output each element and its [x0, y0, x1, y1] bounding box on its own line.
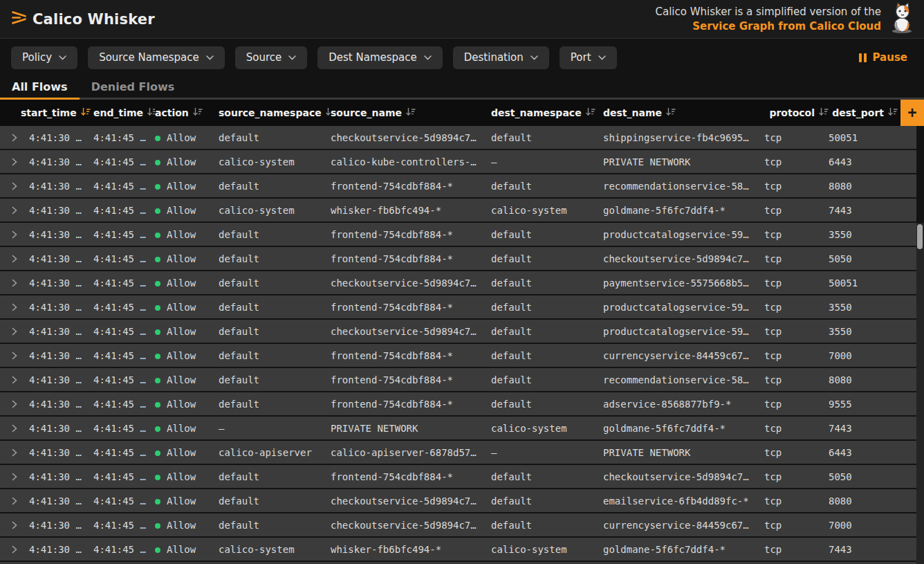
cell-start-time: 4:41:30 …	[29, 253, 93, 264]
flow-row[interactable]: 4:41:30 … 4:41:45 … Allow default fronte…	[0, 223, 916, 246]
pause-button[interactable]: Pause	[859, 51, 908, 64]
expand-chevron-icon[interactable]	[0, 279, 29, 287]
allow-status-dot	[155, 160, 160, 165]
expand-chevron-icon[interactable]	[0, 376, 29, 384]
flow-row[interactable]: 4:41:30 … 4:41:45 … Allow – PRIVATE NETW…	[0, 417, 916, 439]
expand-chevron-icon[interactable]	[0, 545, 29, 554]
sort-icon	[586, 107, 595, 118]
sort-icon	[666, 107, 676, 118]
cell-end-time: 4:41:45 …	[93, 399, 155, 410]
cell-dest-namespace: default	[491, 520, 603, 531]
flow-row[interactable]: 4:41:30 … 4:41:45 … Allow default fronte…	[0, 465, 916, 488]
cell-dest-namespace: default	[491, 471, 603, 482]
tab-all-flows[interactable]: All Flows	[0, 76, 80, 100]
allow-status-dot	[155, 475, 160, 480]
cell-end-time: 4:41:45 …	[93, 447, 155, 458]
column-header-protocol[interactable]: protocol	[764, 107, 829, 118]
flow-row[interactable]: 4:41:30 … 4:41:45 … Allow default fronte…	[0, 368, 916, 391]
expand-chevron-icon[interactable]	[0, 352, 29, 360]
column-header-start-time[interactable]: start_time	[21, 107, 93, 118]
cell-source-name: whisker-fb6bfc494-*	[331, 544, 491, 555]
sort-icon	[147, 107, 155, 118]
allow-status-dot	[155, 208, 160, 214]
tagline: Calico Whisker is a simplified version o…	[655, 5, 881, 34]
cell-dest-namespace: default	[491, 278, 603, 289]
column-header-action[interactable]: action	[155, 107, 219, 118]
cell-dest-name: recommendationservice-58…	[603, 181, 764, 192]
expand-chevron-icon[interactable]	[0, 473, 29, 481]
cell-protocol: tcp	[764, 253, 829, 264]
column-header-dest-namespace[interactable]: dest_namespace	[491, 107, 603, 118]
cell-end-time: 4:41:45 …	[93, 302, 155, 313]
app-title: Calico Whisker	[33, 11, 155, 28]
add-column-button[interactable]: +	[900, 100, 924, 126]
column-header-dest-port[interactable]: dest_port	[829, 107, 898, 118]
cell-dest-name: productcatalogservice-59…	[603, 326, 764, 337]
service-graph-link[interactable]: Service Graph from Calico Cloud	[655, 19, 881, 34]
allow-status-dot	[155, 329, 160, 335]
cell-source-namespace: default	[219, 132, 331, 143]
cell-dest-namespace: default	[491, 374, 603, 385]
cell-source-name: checkoutservice-5d9894c7…	[331, 132, 491, 143]
sort-icon	[888, 107, 898, 118]
flow-row[interactable]: 4:41:30 … 4:41:45 … Allow calico-system …	[0, 150, 916, 173]
filter-source-dropdown[interactable]: Source	[235, 46, 308, 69]
cell-end-time: 4:41:45 …	[93, 181, 155, 192]
flow-row[interactable]: 4:41:30 … 4:41:45 … Allow default checko…	[0, 271, 916, 294]
expand-chevron-icon[interactable]	[0, 424, 29, 433]
expand-chevron-icon[interactable]	[0, 521, 29, 529]
cell-protocol: tcp	[764, 495, 829, 507]
calico-cat-mascot-icon	[888, 2, 917, 37]
flow-row[interactable]: 4:41:30 … 4:41:45 … Allow default fronte…	[0, 344, 916, 367]
cell-dest-name: goldmane-5f6fc7ddf4-*	[603, 423, 764, 434]
expand-chevron-icon[interactable]	[0, 400, 29, 408]
cell-dest-name: productcatalogservice-59…	[603, 229, 764, 240]
filter-dest-namespace-dropdown[interactable]: Dest Namespace	[317, 46, 443, 69]
vertical-scrollbar[interactable]	[916, 223, 924, 564]
cell-source-name: frontend-754cdbf884-*	[331, 229, 491, 240]
expand-chevron-icon[interactable]	[0, 134, 29, 142]
flow-row[interactable]: 4:41:30 … 4:41:45 … Allow default checko…	[0, 489, 916, 512]
expand-chevron-icon[interactable]	[0, 327, 29, 336]
expand-chevron-icon[interactable]	[0, 303, 29, 311]
filter-destination-dropdown[interactable]: Destination	[453, 46, 549, 69]
flow-row[interactable]: 4:41:30 … 4:41:45 … Allow calico-system …	[0, 538, 916, 561]
cell-start-time: 4:41:30 …	[29, 423, 93, 434]
filter-source-namespace-dropdown[interactable]: Source Namespace	[88, 46, 225, 69]
flow-row[interactable]: 4:41:30 … 4:41:45 … Allow default fronte…	[0, 392, 916, 415]
cell-dest-name: adservice-8568877bf9-*	[603, 399, 764, 410]
flow-row[interactable]: 4:41:30 … 4:41:45 … Allow calico-apiserv…	[0, 441, 916, 464]
sort-icon	[193, 107, 203, 118]
flow-row[interactable]: 4:41:30 … 4:41:45 … Allow calico-system …	[0, 199, 916, 221]
filter-port-dropdown[interactable]: Port	[560, 46, 617, 69]
cell-start-time: 4:41:30 …	[29, 399, 93, 410]
column-header-source-namespace[interactable]: source_namespace	[219, 107, 331, 118]
expand-chevron-icon[interactable]	[0, 182, 29, 190]
expand-chevron-icon[interactable]	[0, 448, 29, 457]
flow-row[interactable]: 4:41:30 … 4:41:45 … Allow default fronte…	[0, 174, 916, 197]
flow-row[interactable]: 4:41:30 … 4:41:45 … Allow default fronte…	[0, 247, 916, 270]
filter-policy-dropdown[interactable]: Policy	[11, 46, 77, 69]
tab-denied-flows[interactable]: Denied Flows	[80, 76, 187, 100]
cell-dest-port: 7443	[829, 423, 898, 434]
cell-dest-port: 7443	[829, 544, 898, 555]
expand-chevron-icon[interactable]	[0, 255, 29, 263]
pause-icon	[859, 53, 867, 62]
scrollbar-thumb[interactable]	[917, 224, 923, 249]
expand-chevron-icon[interactable]	[0, 497, 29, 505]
column-header-dest-name[interactable]: dest_name	[603, 107, 764, 118]
cell-action: Allow	[155, 350, 219, 361]
flow-row[interactable]: 4:41:30 … 4:41:45 … Allow default checko…	[0, 320, 916, 343]
cell-source-name: frontend-754cdbf884-*	[331, 253, 491, 264]
column-header-end-time[interactable]: end_time	[93, 107, 155, 118]
flow-row[interactable]: 4:41:30 … 4:41:45 … Allow default fronte…	[0, 295, 916, 318]
expand-chevron-icon[interactable]	[0, 230, 29, 239]
expand-chevron-icon[interactable]	[0, 158, 29, 166]
expand-chevron-icon[interactable]	[0, 206, 29, 215]
flow-row[interactable]: 4:41:30 … 4:41:45 … Allow default checko…	[0, 513, 916, 536]
column-header-source-name[interactable]: source_name	[331, 107, 491, 118]
cell-source-name: frontend-754cdbf884-*	[331, 181, 491, 192]
cell-dest-namespace: default	[491, 253, 603, 264]
cell-source-name: whisker-fb6bfc494-*	[331, 205, 491, 216]
flow-row[interactable]: 4:41:30 … 4:41:45 … Allow default checko…	[0, 126, 916, 149]
